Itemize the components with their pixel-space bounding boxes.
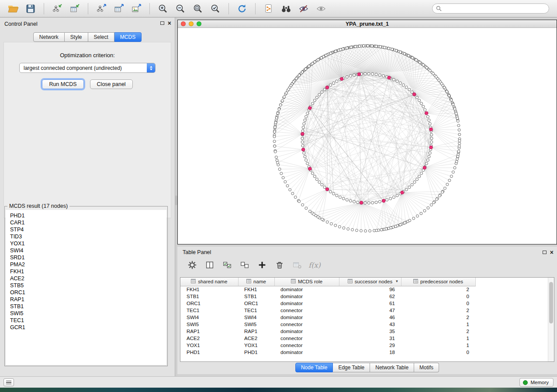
export-network-button[interactable] — [93, 2, 109, 16]
share-network-button[interactable] — [261, 2, 277, 16]
mcds-result-item[interactable]: YOX1 — [10, 240, 166, 247]
trash-icon — [275, 260, 284, 270]
table-row[interactable]: TEC1TEC1connector472 — [180, 307, 475, 314]
memory-button[interactable]: Memory — [519, 378, 554, 387]
dropdown-stepper-icon — [147, 63, 155, 72]
mcds-result-item[interactable]: SWI4 — [10, 247, 166, 254]
import-network-icon — [52, 3, 62, 14]
scrollbar-thumb[interactable] — [549, 282, 553, 323]
table-panel-title: Table Panel — [183, 249, 211, 255]
search-field[interactable] — [432, 3, 549, 14]
tab-select[interactable]: Select — [88, 32, 114, 42]
close-panel-button[interactable]: Close panel — [90, 79, 133, 89]
run-mcds-button[interactable]: Run MCDS — [42, 79, 83, 89]
tab-motifs[interactable]: Motifs — [414, 363, 439, 372]
column-header-name[interactable]: name — [238, 278, 274, 286]
table-panel-header: Table Panel × — [177, 247, 557, 256]
task-history-button[interactable] — [3, 378, 14, 386]
function-builder-button[interactable]: f(x) — [309, 260, 320, 270]
column-header-shared-name[interactable]: shared name — [180, 278, 238, 286]
mcds-result-item[interactable]: FKH1 — [10, 268, 166, 275]
tab-edge-table[interactable]: Edge Table — [333, 363, 370, 372]
table-bottom-tabs: Node TableEdge TableNetwork TableMotifs — [177, 363, 557, 372]
add-column-button[interactable] — [257, 260, 267, 270]
hide-selected-button[interactable] — [296, 2, 311, 16]
delete-table-button[interactable] — [292, 260, 302, 270]
refresh-button[interactable] — [234, 2, 250, 16]
columns-icon — [205, 260, 214, 270]
desktop-wallpaper-strip — [0, 388, 557, 392]
import-network-button[interactable] — [49, 2, 65, 16]
mcds-result-item[interactable]: PHD1 — [10, 212, 166, 219]
float-panel-icon[interactable] — [160, 21, 164, 25]
mcds-result-title: MCDS result (17 nodes) — [7, 203, 69, 209]
import-table-button[interactable] — [67, 2, 83, 16]
column-header-MCDS-role[interactable]: MCDS role — [274, 278, 339, 286]
table-row[interactable]: STB1STB1dominator620 — [180, 293, 475, 300]
mcds-result-item[interactable]: TEC1 — [10, 317, 166, 324]
mcds-result-item[interactable]: GCR1 — [10, 324, 166, 331]
toolbar-separator — [255, 3, 256, 14]
mcds-result-list[interactable]: PHD1CAR1STP4TID3YOX1SWI4SRD1PMA2FKH1ACE2… — [6, 210, 166, 365]
mcds-result-item[interactable]: ORC1 — [10, 289, 166, 296]
table-row[interactable]: YOX1YOX1connector291 — [180, 342, 475, 349]
mcds-result-item[interactable]: SRD1 — [10, 254, 166, 261]
tab-mcds[interactable]: MCDS — [114, 32, 142, 42]
show-columns-button[interactable] — [204, 260, 215, 270]
binoculars-button[interactable] — [278, 2, 294, 16]
open-file-button[interactable] — [5, 2, 21, 16]
tab-network-table[interactable]: Network Table — [370, 363, 414, 372]
table-row[interactable]: ORC1ORC1dominator610 — [180, 300, 475, 307]
close-table-panel-icon[interactable]: × — [550, 250, 554, 254]
table-row[interactable]: ACE2ACE2connector311 — [180, 335, 475, 342]
mcds-result-item[interactable]: STP4 — [10, 226, 166, 233]
table-row[interactable]: RAP1RAP1dominator352 — [180, 328, 475, 335]
mcds-options-card: Optimization criterion: largest connecte… — [3, 42, 171, 218]
search-input[interactable] — [444, 6, 545, 12]
zoom-selected-button[interactable] — [208, 2, 223, 16]
float-table-panel-icon[interactable] — [543, 251, 547, 254]
column-header-predecessor-nodes[interactable]: predecessor nodes — [401, 278, 475, 286]
tab-node-table[interactable]: Node Table — [295, 363, 333, 372]
zoom-out-icon — [175, 3, 186, 14]
zoom-out-button[interactable] — [173, 2, 188, 16]
column-header-successor-nodes[interactable]: successor nodes▼ — [339, 278, 401, 286]
zoom-in-icon — [158, 3, 168, 14]
mcds-result-item[interactable]: STB1 — [10, 303, 166, 310]
delete-column-button[interactable] — [274, 260, 285, 270]
select-all-button[interactable] — [222, 260, 232, 270]
table-scrollbar[interactable] — [548, 278, 554, 361]
mcds-result-item[interactable]: PMA2 — [10, 261, 166, 268]
deselect-all-button[interactable] — [239, 260, 250, 270]
table-row[interactable]: SWI5SWI5connector431 — [180, 321, 475, 328]
show-all-button[interactable] — [313, 2, 329, 16]
criterion-dropdown[interactable]: largest connected component (undirected) — [19, 63, 156, 73]
table-panel: Table Panel × — [177, 247, 557, 374]
export-image-icon — [131, 3, 142, 14]
export-image-button[interactable] — [128, 2, 144, 16]
zoom-in-button[interactable] — [155, 2, 171, 16]
table-row[interactable]: FKH1FKH1dominator962 — [180, 286, 475, 293]
table-row[interactable]: PHD1PHD1dominator180 — [180, 349, 475, 356]
mcds-result-item[interactable]: SWI5 — [10, 310, 166, 317]
zoom-fit-button[interactable] — [190, 2, 206, 16]
mcds-result-item[interactable]: CAR1 — [10, 219, 166, 226]
mcds-result-item[interactable]: STB5 — [10, 282, 166, 289]
table-settings-button[interactable] — [187, 260, 197, 270]
zoom-fit-icon — [193, 3, 203, 14]
network-window-titlebar[interactable]: YPA_prune.txt_1 — [178, 20, 557, 28]
toolbar-separator — [149, 3, 150, 14]
tab-style[interactable]: Style — [65, 32, 88, 42]
toolbar-separator — [44, 3, 44, 14]
export-table-button[interactable] — [111, 2, 127, 16]
network-window-title: YPA_prune.txt_1 — [178, 21, 557, 27]
close-panel-icon[interactable]: × — [168, 21, 171, 25]
mcds-result-item[interactable]: ACE2 — [10, 275, 166, 282]
tab-network[interactable]: Network — [33, 32, 65, 42]
table-row[interactable]: SWI4SWI4dominator462 — [180, 314, 475, 321]
mcds-result-item[interactable]: TID3 — [10, 233, 166, 240]
mcds-result-item[interactable]: RAP1 — [10, 296, 166, 303]
save-icon — [25, 3, 36, 14]
save-button[interactable] — [23, 2, 38, 16]
network-graph[interactable] — [178, 28, 557, 244]
